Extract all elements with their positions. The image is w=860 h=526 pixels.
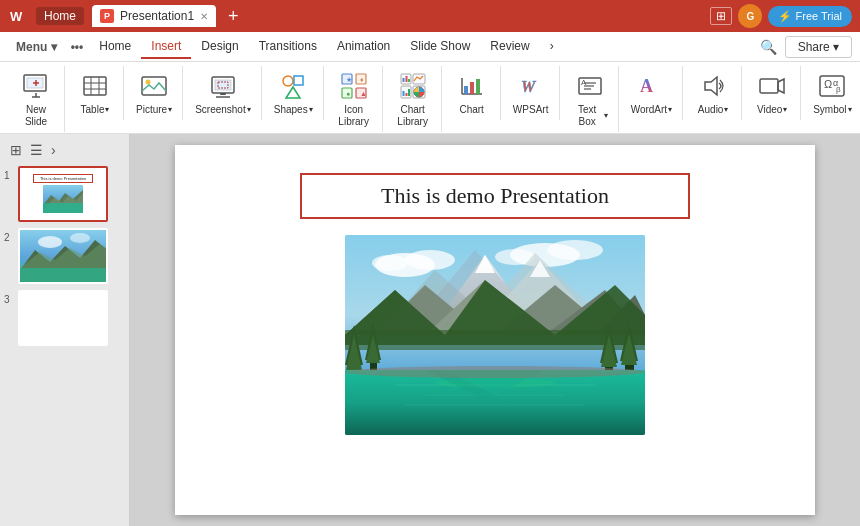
svg-marker-55 [705,77,717,95]
icon-library-button[interactable]: ★ ♦ ● ▲ Icon Library [332,66,376,132]
svg-rect-21 [294,76,303,85]
slide-title-box[interactable]: This is demo Presentation [300,173,690,219]
video-button[interactable]: Video ▾ [750,66,794,120]
textbox-icon: A [574,70,606,102]
toolbar-group-screenshot: Screenshot ▾ [185,66,262,120]
slides-grid-view-button[interactable]: ⊞ [8,140,24,160]
ribbon-right-controls: 🔍 Share ▾ [760,36,852,58]
slide-thumb-3[interactable] [18,290,108,346]
table-button[interactable]: Table ▾ [73,66,117,120]
share-button[interactable]: Share ▾ [785,36,852,58]
tab-animation[interactable]: Animation [327,35,400,59]
tab-insert[interactable]: Insert [141,35,191,59]
svg-rect-36 [405,76,407,82]
svg-marker-22 [286,87,300,98]
audio-button[interactable]: Audio ▾ [691,66,735,120]
user-avatar[interactable]: G [738,4,762,28]
svg-text:W: W [521,78,537,95]
tab-close-btn[interactable]: ✕ [200,11,208,22]
svg-point-72 [70,233,90,243]
chart-label: Chart [459,104,483,116]
shapes-button[interactable]: Shapes ▾ [270,66,317,120]
slide-thumb-1[interactable]: This is demo Presentation [18,166,108,222]
svg-rect-70 [20,268,106,282]
svg-rect-8 [84,77,106,95]
picture-icon [138,70,170,102]
wpsart-button[interactable]: W W WPSArt [509,66,553,120]
mountain-svg [345,235,645,435]
toolbar-group-table: Table ▾ [67,66,124,120]
layout-icon[interactable]: ⊞ [710,7,732,25]
wordart-button[interactable]: A WordArt ▾ [627,66,677,120]
toolbar-group-wordart: A WordArt ▾ [621,66,684,120]
slide-canvas: This is demo Presentation [175,145,815,515]
screenshot-icon [207,70,239,102]
toolbar-group-wpsart: W W WPSArt [503,66,560,120]
svg-text:★: ★ [346,76,352,83]
new-slide-button[interactable]: New Slide [14,66,58,132]
tab-transitions[interactable]: Transitions [249,35,327,59]
slide-image[interactable] [345,235,645,435]
toolbar-group-icon-library: ★ ♦ ● ▲ Icon Library [326,66,383,132]
tab-slideshow[interactable]: Slide Show [400,35,480,59]
textbox-button[interactable]: A Text Box ▾ [568,66,612,132]
toolbar-group-chart: Chart [444,66,501,120]
tab-home[interactable]: Home [89,35,141,59]
shapes-icon [277,70,309,102]
svg-rect-46 [476,79,480,94]
svg-point-114 [345,366,645,378]
svg-rect-94 [345,330,645,350]
toolbar-group-shapes: Shapes ▾ [264,66,324,120]
slide-thumb-2[interactable] [18,228,108,284]
svg-rect-66 [43,203,83,213]
svg-rect-39 [405,93,407,96]
picture-button[interactable]: Picture ▾ [132,66,176,120]
svg-text:♦: ♦ [360,76,364,83]
screenshot-button[interactable]: Screenshot ▾ [191,66,255,120]
chart-library-button[interactable]: Chart Library [391,66,435,132]
slides-toolbar: ⊞ ☰ › [4,138,125,162]
slide-number-1: 1 [4,166,14,181]
slide-canvas-area: This is demo Presentation [130,134,860,526]
ribbon-more-dots[interactable]: ••• [65,40,90,54]
slide-item-1[interactable]: 1 This is demo Presentation [4,166,125,222]
search-button[interactable]: 🔍 [760,39,777,55]
tab-design[interactable]: Design [191,35,248,59]
svg-point-14 [146,80,151,85]
new-slide-icon [20,70,52,102]
svg-text:●: ● [346,90,350,97]
slides-list-view-button[interactable]: ☰ [28,140,45,160]
ribbon-toolbar: New Slide Table ▾ [0,62,860,134]
toolbar-group-symbol: Ω α β Symbol ▾ [803,66,860,120]
presentation-icon: P [100,9,114,23]
presentation-tab-name: Presentation1 [120,9,194,23]
toolbar-group-slide: New Slide [8,66,65,132]
menu-button[interactable]: Menu ▾ [8,38,65,56]
chart-button[interactable]: Chart [450,66,494,120]
svg-point-76 [372,255,408,271]
slide-title-text: This is demo Presentation [381,183,609,208]
toolbar-group-video: Video ▾ [744,66,801,120]
slide-item-2[interactable]: 2 [4,228,125,284]
slide-item-3[interactable]: 3 [4,290,125,346]
main-layout: ⊞ ☰ › 1 This is demo Presentation [0,134,860,526]
free-trial-button[interactable]: ⚡ Free Trial [768,6,852,27]
symbol-button[interactable]: Ω α β Symbol ▾ [809,66,855,120]
wordart-label: WordArt ▾ [631,104,673,116]
textbox-label: Text Box ▾ [572,104,608,128]
toolbar-group-chart-library: Chart Library [385,66,442,132]
table-label: Table ▾ [81,104,110,116]
audio-icon [697,70,729,102]
home-tab-button[interactable]: Home [36,7,84,25]
svg-point-75 [405,250,455,270]
svg-point-71 [38,236,62,248]
new-slide-label: New Slide [25,104,47,128]
new-tab-button[interactable]: + [228,6,239,27]
slides-expand-button[interactable]: › [49,140,58,160]
tab-more[interactable]: › [540,35,564,59]
title-bar-left: W Home P Presentation1 ✕ + [8,5,239,27]
tab-review[interactable]: Review [480,35,539,59]
svg-rect-37 [408,79,410,82]
symbol-icon: Ω α β [816,70,848,102]
shapes-label: Shapes ▾ [274,104,313,116]
